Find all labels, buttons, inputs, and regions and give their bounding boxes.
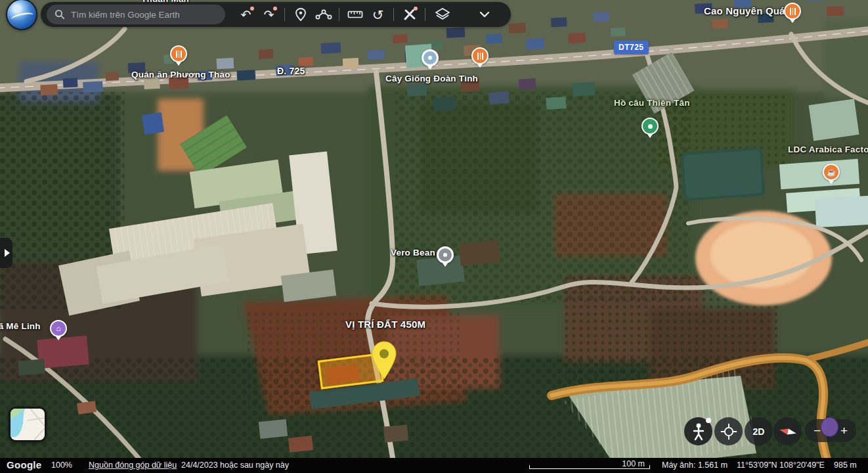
ruler-icon	[347, 9, 363, 20]
compass-needle-icon	[777, 421, 798, 442]
placemark-label-vi-tri-dat[interactable]: VỊ TRÍ ĐẤT 450M	[345, 319, 425, 330]
nature-pin-ho-cau[interactable]	[641, 118, 659, 138]
toolbar-divider	[339, 8, 339, 21]
satellite-map[interactable]	[0, 0, 868, 473]
poi-label-cao-nguyen-quan[interactable]: Cao Nguyên Quán	[704, 5, 791, 16]
civic-pin-xa-me-linh[interactable]: ⌂	[50, 320, 67, 340]
zoom-in-button[interactable]: +	[840, 424, 848, 437]
historical-imagery-button[interactable]: ↺	[366, 2, 389, 27]
earth-swirl-decoration	[11, 11, 34, 24]
poi-label-cay-giong-doan-tinh[interactable]: Cây Giống Đoàn Tình	[385, 74, 478, 83]
poi-label-quan-an-phuong-thao[interactable]: Quán ăn Phương Thảo	[131, 70, 230, 79]
imagery-date: 24/4/2023 hoặc sau ngày này	[181, 461, 289, 470]
elevation: 985 m	[834, 461, 857, 470]
collapse-toolbar-button[interactable]	[473, 2, 496, 27]
notification-dot	[414, 7, 418, 11]
toolbar-divider	[284, 8, 285, 21]
chevron-down-icon	[479, 11, 490, 18]
cafe-pin-ldc[interactable]: ☕	[823, 164, 840, 184]
compass-button[interactable]	[773, 417, 802, 445]
toolbar-icons: ↶ ↷	[234, 2, 496, 27]
poi-label-ldc-arabica[interactable]: LDC Arabica Facto	[788, 145, 868, 154]
terrain-art	[0, 0, 868, 473]
zoom-percent: 100%	[51, 461, 72, 470]
pegman-button[interactable]	[684, 417, 712, 445]
toolbar-divider	[393, 8, 394, 21]
notification-dot	[706, 418, 711, 423]
restaurant-icon	[784, 3, 801, 20]
crosshair-icon	[720, 422, 738, 441]
government-building-icon: ⌂	[50, 320, 67, 337]
default-pin-cay-giong[interactable]	[422, 49, 439, 70]
google-earth-logo[interactable]	[6, 0, 37, 30]
camera-altitude: Máy ảnh: 1.561 m	[662, 461, 727, 470]
redo-button[interactable]: ↷	[257, 2, 280, 27]
minimap-art	[11, 409, 45, 440]
restaurant-pin-phuong-thao[interactable]	[170, 45, 187, 66]
add-placemark-button[interactable]	[289, 2, 312, 27]
generic-poi-icon	[437, 246, 454, 263]
target-pin[interactable]	[372, 341, 397, 380]
chevron-right-icon	[5, 249, 10, 257]
coffee-icon: ☕	[823, 164, 840, 181]
notification-dot	[273, 7, 277, 11]
generic-poi-icon	[422, 49, 439, 66]
view-mode-label: 2D	[753, 426, 765, 437]
background-poi-bleedthrough	[821, 417, 838, 437]
google-earth-window: Quán ăn Phương Thảo Cây Giống Đoàn Tình …	[0, 0, 868, 473]
zoom-out-button[interactable]: −	[814, 424, 821, 437]
2d-3d-toggle-button[interactable]: 2D	[745, 417, 773, 445]
route-icon	[315, 8, 332, 21]
coordinates: 11°53'09"N 108°20'49"E	[737, 461, 825, 470]
scale-bar	[529, 465, 650, 469]
layers-button[interactable]	[429, 2, 456, 27]
main-toolbar: ↶ ↷	[41, 2, 511, 27]
restaurant-icon	[170, 45, 187, 62]
restaurant-pin-cao-nguyen[interactable]	[784, 3, 801, 23]
creation-tools-button[interactable]	[398, 2, 421, 27]
placemark-icon	[294, 7, 307, 22]
search-box[interactable]	[47, 5, 225, 24]
lake	[681, 147, 766, 201]
pegman-icon	[690, 422, 707, 441]
google-logo: Google	[7, 459, 41, 470]
poi-label-xa-me-linh[interactable]: xã Mê Linh	[0, 321, 41, 331]
poi-label-ho-cau-thien-tan[interactable]: Hồ câu Thiên Tân	[614, 98, 690, 108]
undo-button[interactable]: ↶	[234, 2, 257, 27]
draw-path-button[interactable]	[312, 2, 335, 27]
poi-label-vero-bean[interactable]: Vero Bean	[391, 248, 435, 258]
status-bar: Google 100% Nguồn đóng góp dữ liệu 24/4/…	[0, 458, 868, 473]
nature-poi-icon	[641, 118, 659, 135]
my-location-button[interactable]	[714, 417, 743, 445]
layers-icon	[434, 7, 451, 22]
restaurant-pin-road[interactable]	[471, 47, 488, 68]
data-attribution-link[interactable]: Nguồn đóng góp dữ liệu	[89, 461, 177, 470]
search-input[interactable]	[71, 10, 215, 20]
expand-side-panel-button[interactable]	[0, 238, 12, 268]
notification-dot	[250, 7, 254, 11]
toolbar-divider	[425, 8, 425, 21]
default-pin-vero-bean[interactable]	[437, 246, 454, 267]
minimap[interactable]	[9, 407, 47, 442]
road-shield-dt725: DT725	[614, 41, 649, 54]
map-scale: 100 m	[529, 458, 650, 471]
measure-button[interactable]	[343, 2, 366, 27]
road-label-d725: Đ. 725	[277, 66, 305, 76]
zoom-control: − +	[805, 419, 856, 442]
parcel-building-roof	[325, 364, 359, 384]
search-icon	[54, 9, 65, 20]
restaurant-icon	[471, 47, 488, 64]
